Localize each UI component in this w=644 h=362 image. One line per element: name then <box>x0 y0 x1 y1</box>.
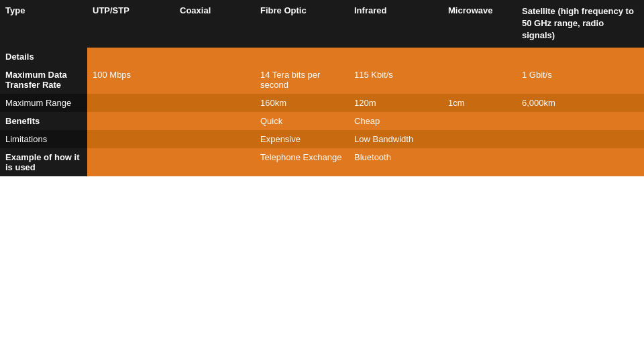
max-range-utp <box>87 94 174 112</box>
max-range-sat: 6,000km <box>517 94 644 112</box>
max-range-coaxial <box>174 94 255 112</box>
header-satellite: Satellite (high frequency to 50 GHz rang… <box>517 0 644 48</box>
max-data-micro <box>443 66 517 94</box>
example-row: Example of how it is used Telephone Exch… <box>0 148 644 176</box>
example-fibre: Telephone Exchange <box>255 148 349 176</box>
benefits-fibre: Quick <box>255 112 349 130</box>
example-infrared: Bluetooth <box>349 148 443 176</box>
example-sat <box>517 148 644 176</box>
details-sat <box>517 48 644 66</box>
max-data-sat: 1 Gbit/s <box>517 66 644 94</box>
details-coaxial <box>174 48 255 66</box>
details-label: Details <box>0 48 87 66</box>
limitations-fibre: Expensive <box>255 130 349 148</box>
header-coaxial: Coaxial <box>174 0 255 48</box>
max-range-infrared: 120m <box>349 94 443 112</box>
details-utp <box>87 48 174 66</box>
max-data-coaxial <box>174 66 255 94</box>
benefits-infrared: Cheap <box>349 112 443 130</box>
limitations-micro <box>443 130 517 148</box>
example-micro <box>443 148 517 176</box>
benefits-micro <box>443 112 517 130</box>
example-label: Example of how it is used <box>0 148 87 176</box>
example-utp <box>87 148 174 176</box>
max-range-micro: 1cm <box>443 94 517 112</box>
limitations-label: Limitations <box>0 130 87 148</box>
limitations-sat <box>517 130 644 148</box>
details-micro <box>443 48 517 66</box>
benefits-utp <box>87 112 174 130</box>
max-data-fibre: 14 Tera bits per second <box>255 66 349 94</box>
details-fibre <box>255 48 349 66</box>
benefits-coaxial <box>174 112 255 130</box>
max-data-utp: 100 Mbps <box>87 66 174 94</box>
max-range-row: Maximum Range 160km 120m 1cm 6,000km <box>0 94 644 112</box>
limitations-infrared: Low Bandwidth <box>349 130 443 148</box>
benefits-label: Benefits <box>0 112 87 130</box>
max-data-infrared: 115 Kbit/s <box>349 66 443 94</box>
limitations-coaxial <box>174 130 255 148</box>
header-fibre: Fibre Optic <box>255 0 349 48</box>
max-range-label: Maximum Range <box>0 94 87 112</box>
limitations-row: Limitations Expensive Low Bandwidth <box>0 130 644 148</box>
details-infrared <box>349 48 443 66</box>
table-header-row: Type UTP/STP Coaxial Fibre Optic Infrare… <box>0 0 644 48</box>
max-range-fibre: 160km <box>255 94 349 112</box>
limitations-utp <box>87 130 174 148</box>
header-microwave: Microwave <box>443 0 517 48</box>
header-type: Type <box>0 0 87 48</box>
benefits-sat <box>517 112 644 130</box>
header-infrared: Infrared <box>349 0 443 48</box>
benefits-row: Benefits Quick Cheap <box>0 112 644 130</box>
max-data-label: Maximum Data Transfer Rate <box>0 66 87 94</box>
comparison-table: Type UTP/STP Coaxial Fibre Optic Infrare… <box>0 0 644 176</box>
example-coaxial <box>174 148 255 176</box>
header-utp: UTP/STP <box>87 0 174 48</box>
details-row: Details <box>0 48 644 66</box>
max-data-row: Maximum Data Transfer Rate 100 Mbps 14 T… <box>0 66 644 94</box>
